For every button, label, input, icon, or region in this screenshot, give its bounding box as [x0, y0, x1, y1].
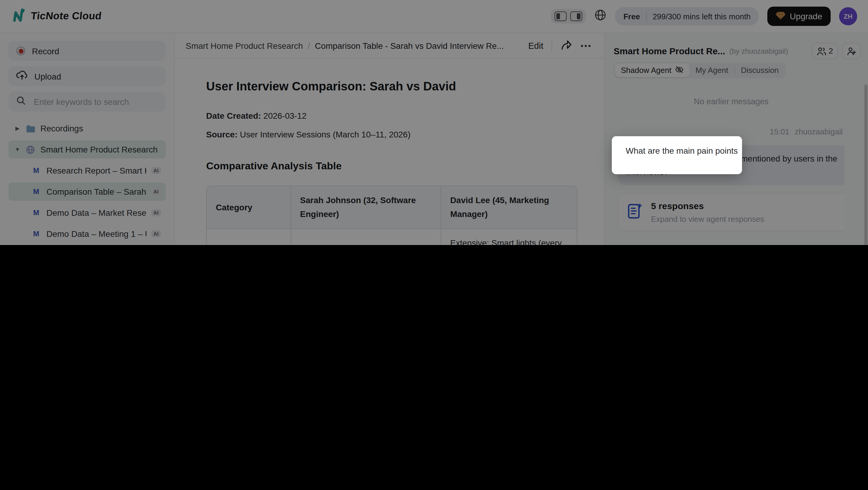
spotlight-highlight-pain-points: What are the main pain points — [612, 136, 742, 174]
dim-overlay — [0, 0, 868, 245]
app-window: TicNote Cloud Free 299/300 mins left thi… — [0, 0, 868, 245]
